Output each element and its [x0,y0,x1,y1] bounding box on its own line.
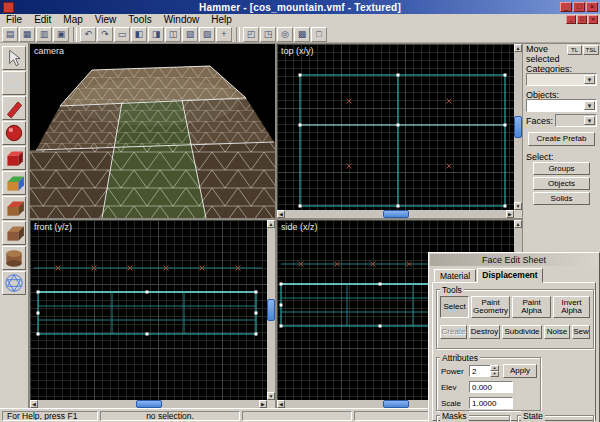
block-tool-button[interactable] [2,146,26,170]
toolbar-icon-2[interactable]: ▦ [19,27,35,42]
apply-button[interactable]: Apply [503,364,537,378]
scrollbar-thumb[interactable] [383,400,409,408]
camera-tool-button[interactable] [2,96,26,120]
dropdown-arrow-icon[interactable]: ▼ [584,116,595,125]
toolbar-icon-4[interactable]: ▣ [53,27,69,42]
face-edit-sheet-titlebar[interactable]: Face Edit Sheet [430,254,598,266]
select-tool-button[interactable]: Select [440,296,469,318]
selection-tool-button[interactable] [2,46,26,70]
mdi-minimize-button[interactable]: _ [566,15,576,24]
minimize-button[interactable]: _ [560,2,572,12]
scroll-up-button[interactable]: ▲ [514,44,522,52]
dropdown-arrow-icon[interactable]: ▼ [584,101,595,110]
menu-map[interactable]: Map [57,14,88,26]
menu-window[interactable]: Window [158,14,206,26]
paint-geometry-button[interactable]: Paint Geometry [471,296,510,318]
scroll-down-button[interactable]: ▼ [267,392,275,400]
scrollbar-thumb[interactable] [514,116,522,138]
faces-field[interactable]: ▼ [555,114,597,127]
scale-input[interactable] [469,397,513,409]
noise-button[interactable]: Noise [544,325,570,339]
viewport-front[interactable]: front (y/z) ▲ [30,220,275,408]
objects-dropdown[interactable]: ▼ [526,99,597,112]
power-input[interactable] [469,365,491,377]
destroy-button[interactable]: Destroy [469,325,500,339]
elev-input[interactable] [469,381,513,393]
paint-alpha-button[interactable]: Paint Alpha [512,296,551,318]
toolbar-icon-14[interactable]: ◰ [243,27,259,42]
toolbar-icon-10[interactable]: ◫ [165,27,181,42]
menu-edit[interactable]: Edit [28,14,57,26]
mdi-restore-button[interactable]: □ [577,15,587,24]
dropdown-arrow-icon[interactable]: ▼ [584,75,595,84]
toolbar-icon-6[interactable]: ↷ [97,27,113,42]
viewport-top-hscrollbar[interactable]: ◀ ▶ [277,210,514,218]
scroll-up-button[interactable]: ▲ [267,220,275,228]
create-button[interactable]: Create [440,325,467,339]
select-objects-button[interactable]: Objects [533,177,590,190]
menu-file[interactable]: File [0,14,28,26]
toolbar-icon-15[interactable]: ◳ [260,27,276,42]
texture-application-tool-button[interactable] [2,171,26,195]
scroll-left-button[interactable]: ◀ [277,210,285,218]
tab-material[interactable]: Material [434,269,476,282]
viewport-front-vscrollbar[interactable]: ▲ ▼ [267,220,275,400]
toolbar-icon-17[interactable]: ▩ [294,27,310,42]
toolbar-icon-12[interactable]: ▨ [199,27,215,42]
toolbar-icon-5[interactable]: ↶ [80,27,96,42]
overlay-tool-button[interactable] [2,246,26,270]
power-spinner[interactable]: ▲ ▼ [490,365,499,377]
viewport-top-vscrollbar[interactable]: ▲ ▼ [514,44,522,210]
texture-scale-lock-button[interactable]: TSL [583,45,599,55]
select-groups-button[interactable]: Groups [533,162,590,175]
toolbar-icon-7[interactable]: ▭ [114,27,130,42]
scrollbar-track[interactable] [38,400,259,408]
apply-texture-tool-button[interactable] [2,196,26,220]
scroll-up-button[interactable]: ▲ [514,220,522,228]
scrollbar-track[interactable] [267,228,275,392]
menu-view[interactable]: View [89,14,123,26]
menu-help[interactable]: Help [205,14,238,26]
decal-tool-button[interactable] [2,221,26,245]
select-solids-button[interactable]: Solids [533,192,590,205]
toolbar-icon-8[interactable]: ◧ [131,27,147,42]
viewport-front-hscrollbar[interactable]: ◀ ▶ [30,400,267,408]
scrollbar-track[interactable] [514,52,522,202]
scroll-right-button[interactable]: ▶ [259,400,267,408]
toolbar-icon-13[interactable]: + [216,27,232,42]
close-button[interactable]: × [586,2,598,12]
mdi-close-button[interactable]: × [588,15,598,24]
scrollbar-thumb[interactable] [383,210,409,218]
scroll-down-button[interactable]: ▼ [514,202,522,210]
scroll-left-button[interactable]: ◀ [277,400,285,408]
toolbar-icon-9[interactable]: ◨ [148,27,164,42]
magnify-tool-button[interactable] [2,71,26,95]
scroll-right-button[interactable]: ▶ [506,210,514,218]
texture-lock-button[interactable]: TL [567,45,582,55]
toolbar-icon-1[interactable]: ▤ [2,27,18,42]
toolbar-icon-3[interactable]: ▥ [36,27,52,42]
viewport-front-canvas[interactable]: front (y/z) [30,220,267,400]
toolbar-icon-11[interactable]: ▧ [182,27,198,42]
scroll-left-button[interactable]: ◀ [30,400,38,408]
create-prefab-button[interactable]: Create Prefab [528,132,595,146]
maximize-button[interactable]: □ [573,2,585,12]
scrollbar-track[interactable] [285,210,506,218]
tab-displacement[interactable]: Displacement [477,268,543,283]
title-bar[interactable]: Hammer - [cos_mountain.vmf - Textured] _… [0,0,600,14]
viewport-top-canvas[interactable]: top (x/y) [277,44,514,210]
viewport-top[interactable]: top (x/y) ▲ ▼ [277,44,522,218]
subdivide-button[interactable]: Subdivide [502,325,542,339]
invert-alpha-button[interactable]: Invert Alpha [553,296,590,318]
entity-tool-button[interactable] [2,121,26,145]
categories-dropdown[interactable]: ▼ [526,73,597,86]
toolbar-icon-16[interactable]: ◎ [277,27,293,42]
scrollbar-thumb[interactable] [267,299,275,321]
vertex-tool-button[interactable] [2,271,26,295]
sew-button[interactable]: Sew [572,325,590,339]
menu-tools[interactable]: Tools [122,14,157,26]
scrollbar-thumb[interactable] [136,400,162,408]
spinner-down-icon[interactable]: ▼ [490,371,499,377]
viewport-camera[interactable]: camera [30,44,275,218]
toolbar-icon-18[interactable]: □ [311,27,327,42]
